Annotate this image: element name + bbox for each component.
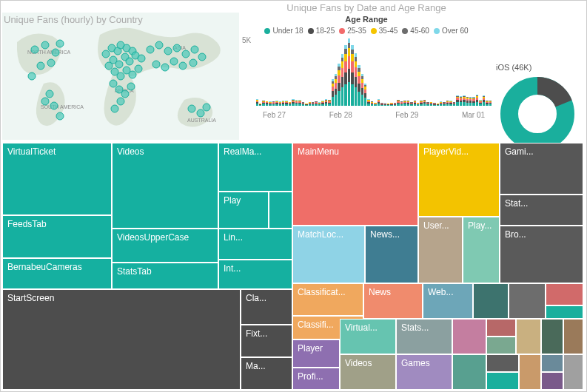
bar (479, 100, 481, 106)
bar (338, 64, 340, 106)
svg-point-9 (37, 62, 44, 70)
treemap-cell[interactable]: BernabeuCameras (2, 258, 112, 289)
bar (476, 95, 478, 106)
x-tick: Feb 28 (329, 111, 352, 119)
treemap-cell[interactable] (563, 354, 583, 390)
treemap-cell[interactable]: StatsTab (112, 263, 218, 289)
treemap-cell[interactable] (541, 354, 563, 372)
treemap-cell[interactable]: MainMenu (292, 143, 418, 226)
treemap-cell[interactable]: User... (418, 217, 463, 283)
treemap-cell[interactable]: Bro... (500, 226, 583, 283)
treemap-cell[interactable]: Virtual... (340, 319, 396, 354)
svg-point-13 (46, 90, 53, 98)
treemap-cell[interactable]: Fixt... (241, 325, 292, 357)
treemap-cell[interactable]: Ma... (241, 357, 292, 390)
svg-point-28 (138, 55, 145, 62)
treemap[interactable]: VirtualTicketFeedsTabBernabeuCamerasVide… (2, 143, 583, 390)
treemap-cell[interactable] (486, 354, 519, 372)
treemap-cell[interactable]: VirtualTicket (2, 143, 112, 215)
bar (394, 103, 396, 106)
treemap-cell[interactable]: VideosUpperCase (112, 229, 218, 263)
bar (453, 102, 455, 106)
svg-point-50 (170, 58, 178, 65)
svg-point-24 (115, 61, 123, 68)
treemap-cell[interactable] (486, 319, 516, 337)
treemap-cell[interactable]: StartScreen (2, 289, 241, 390)
svg-point-52 (152, 61, 160, 68)
bar (433, 103, 435, 106)
bar (397, 100, 399, 106)
y-tick: 5K (242, 36, 251, 44)
svg-point-6 (31, 46, 38, 53)
treemap-cell[interactable]: Play... (463, 217, 500, 283)
bar (426, 102, 429, 106)
bar (256, 99, 258, 106)
treemap-cell[interactable]: Lin... (218, 229, 292, 260)
bar (463, 95, 465, 106)
svg-point-51 (161, 64, 169, 71)
svg-point-44 (173, 44, 181, 52)
treemap-cell[interactable] (563, 319, 583, 354)
treemap-cell[interactable]: PlayerVid... (418, 143, 500, 217)
legend-item[interactable]: 25-35 (339, 27, 366, 35)
treemap-cell[interactable]: RealMa... (218, 143, 292, 192)
treemap-cell[interactable] (486, 337, 516, 354)
treemap-cell[interactable] (269, 192, 292, 229)
treemap-cell[interactable]: Web... (423, 283, 473, 319)
treemap-cell[interactable]: Videos (340, 354, 396, 390)
bar (262, 101, 264, 106)
legend-item[interactable]: 18-25 (308, 27, 335, 35)
treemap-cell[interactable] (541, 319, 563, 354)
bar (364, 84, 366, 106)
svg-point-26 (126, 58, 133, 65)
treemap-cell[interactable]: Play (218, 192, 269, 229)
treemap-cell[interactable] (509, 283, 546, 319)
bar (469, 97, 472, 106)
treemap-cell[interactable] (546, 305, 583, 319)
treemap-cell[interactable] (546, 283, 583, 305)
treemap-cell[interactable] (486, 372, 519, 390)
treemap-cell[interactable]: Stat... (500, 195, 583, 226)
treemap-cell[interactable]: Profi... (292, 368, 340, 390)
bar (292, 99, 294, 106)
bar (407, 101, 409, 106)
treemap-cell[interactable]: News... (365, 226, 418, 283)
svg-point-39 (117, 98, 124, 105)
legend-item[interactable]: Over 60 (434, 27, 469, 35)
svg-point-40 (111, 105, 118, 112)
treemap-cell[interactable]: Stats... (396, 319, 452, 354)
treemap-cell[interactable] (452, 354, 486, 390)
treemap-cell[interactable]: Videos (112, 143, 218, 229)
treemap-cell[interactable]: Int... (218, 260, 292, 289)
bar-chart-panel[interactable]: Unique Fans by Date and Age Range Age Ra… (241, 2, 492, 135)
map-panel[interactable]: Unique Fans (hourly) by Country NORTH AM… (2, 13, 239, 140)
legend-dot (434, 28, 440, 34)
legend-label: 25-35 (347, 27, 366, 35)
bar (460, 96, 462, 106)
legend-label: 45-60 (410, 27, 429, 35)
treemap-cell[interactable] (516, 319, 541, 354)
svg-point-33 (129, 71, 136, 78)
treemap-cell[interactable]: MatchLoc... (292, 226, 365, 283)
treemap-cell[interactable]: Classificat... (292, 283, 363, 316)
treemap-cell[interactable]: Player (292, 339, 340, 368)
treemap-cell[interactable]: News (363, 283, 423, 319)
treemap-cell[interactable]: Games (396, 354, 452, 390)
treemap-cell[interactable]: Gami... (500, 143, 583, 195)
bar (466, 97, 469, 107)
treemap-cell[interactable] (519, 354, 541, 390)
treemap-cell[interactable] (473, 283, 509, 319)
legend-dot (264, 28, 270, 34)
svg-point-47 (198, 53, 206, 61)
legend-item[interactable]: Under 18 (264, 27, 303, 35)
bar (437, 104, 439, 106)
treemap-cell[interactable] (541, 372, 563, 390)
x-tick: Feb 27 (263, 111, 286, 119)
treemap-cell[interactable] (452, 319, 486, 354)
treemap-cell[interactable]: Cla... (241, 289, 292, 325)
legend-item[interactable]: 45-60 (402, 27, 429, 35)
treemap-cell[interactable]: FeedsTab (2, 215, 112, 258)
legend-item[interactable]: 35-45 (371, 27, 398, 35)
svg-point-11 (52, 49, 59, 56)
bar (387, 104, 389, 106)
